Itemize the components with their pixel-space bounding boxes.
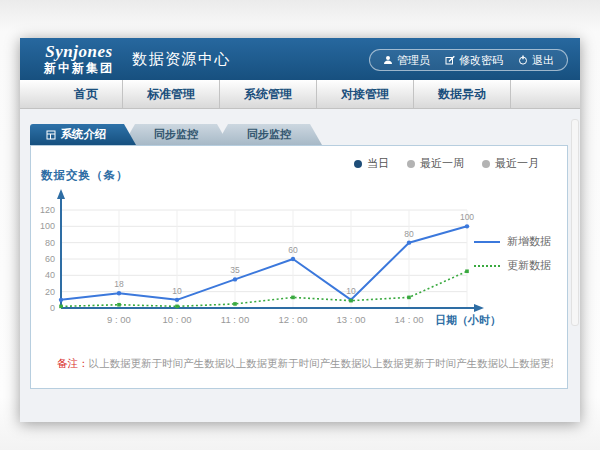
legend-label: 新增数据 (507, 234, 551, 249)
y-tick-labels: 020406080100120 (40, 205, 55, 313)
logo-company-name: 新中新集团 (44, 62, 114, 75)
svg-text:13 : 00: 13 : 00 (336, 314, 365, 325)
footnote: 备注：以上数据更新于时间产生数据以上数据更新于时间产生数据以上数据更新于时间产生… (57, 357, 553, 371)
data-point-label: 10 (172, 286, 182, 296)
user-menu: 管理员 修改密码 退出 (369, 49, 568, 71)
nav-item-data-change[interactable]: 数据异动 (414, 80, 511, 108)
tab-system-intro[interactable]: 系统介绍 (30, 124, 136, 145)
svg-text:0: 0 (50, 303, 55, 313)
footnote-text: 以上数据更新于时间产生数据以上数据更新于时间产生数据以上数据更新于时间产生数据以… (89, 357, 554, 369)
data-point (59, 305, 63, 309)
tab-label: 同步监控 (247, 127, 291, 142)
user-icon (383, 55, 393, 65)
tab-label: 系统介绍 (61, 127, 107, 142)
desktop-background: Synjones 新中新集团 数据资源中心 管理员 修改密码 退出 (0, 0, 600, 450)
svg-text:14 : 00: 14 : 00 (394, 314, 423, 325)
scrollbar[interactable] (571, 119, 579, 326)
nav-item-system-mgmt[interactable]: 系统管理 (220, 80, 317, 108)
legend-line-solid (474, 241, 500, 243)
data-point (465, 269, 469, 273)
nav-item-standard-mgmt[interactable]: 标准管理 (123, 80, 220, 108)
data-point-label: 80 (404, 229, 414, 239)
page-title: 数据资源中心 (132, 50, 231, 69)
data-point (407, 296, 411, 300)
legend-line-dotted (474, 265, 500, 267)
data-point (233, 277, 237, 281)
svg-text:60: 60 (45, 254, 55, 264)
data-point (175, 305, 179, 309)
chart-legend: 新增数据 更新数据 (474, 234, 551, 282)
data-point (59, 298, 63, 302)
data-point (407, 240, 411, 244)
tab-sync-monitor-2[interactable]: 同步监控 (216, 124, 322, 145)
data-point (465, 224, 469, 228)
x-tick-labels: 9 : 0010 : 0011 : 0012 : 0013 : 0014 : 0… (107, 314, 423, 325)
data-point-label: 18 (114, 279, 124, 289)
data-point (291, 257, 295, 261)
legend-item-new-data: 新增数据 (474, 234, 551, 249)
svg-text:20: 20 (45, 287, 55, 297)
app-header: Synjones 新中新集团 数据资源中心 管理员 修改密码 退出 (20, 38, 580, 80)
tab-sync-monitor-1[interactable]: 同步监控 (123, 124, 229, 145)
change-password-button[interactable]: 修改密码 (445, 53, 503, 68)
svg-text:40: 40 (45, 270, 55, 280)
logout-label: 退出 (532, 53, 554, 68)
user-menu-admin-label: 管理员 (397, 53, 430, 68)
data-point-label: 100 (460, 212, 474, 222)
logo-wordmark: Synjones (44, 43, 114, 62)
change-password-label: 修改密码 (459, 53, 503, 68)
svg-text:120: 120 (40, 205, 55, 215)
data-point-label: 60 (288, 245, 298, 255)
data-point (117, 291, 121, 295)
content-area: 系统介绍 同步监控 同步监控 当日 最近一周 (20, 109, 580, 422)
svg-text:100: 100 (40, 221, 55, 231)
footnote-label: 备注： (57, 357, 89, 369)
logout-button[interactable]: 退出 (518, 53, 554, 68)
user-menu-admin[interactable]: 管理员 (383, 53, 430, 68)
power-icon (518, 55, 528, 65)
data-point (117, 303, 121, 307)
svg-text:9 : 00: 9 : 00 (107, 314, 131, 325)
edit-icon (445, 55, 455, 65)
svg-text:80: 80 (45, 238, 55, 248)
tab-label: 同步监控 (154, 127, 198, 142)
data-point (233, 302, 237, 306)
chart-panel: 当日 最近一周 最近一月 数据交换（条） 0204060801001209 : … (30, 145, 568, 389)
grid-icon (46, 130, 56, 140)
nav-item-home[interactable]: 首页 (50, 80, 123, 108)
app-window: Synjones 新中新集团 数据资源中心 管理员 修改密码 退出 (20, 38, 580, 422)
main-nav: 首页 标准管理 系统管理 对接管理 数据异动 (20, 80, 580, 109)
x-axis-title: 日期（小时） (435, 314, 501, 327)
logo: Synjones 新中新集团 (44, 43, 114, 75)
svg-text:10 : 00: 10 : 00 (162, 314, 191, 325)
legend-item-update-data: 更新数据 (474, 258, 551, 273)
data-point (175, 298, 179, 302)
data-point-label: 10 (346, 286, 356, 296)
data-point (349, 299, 353, 303)
svg-text:11 : 00: 11 : 00 (221, 314, 249, 325)
data-point-label: 35 (230, 265, 240, 275)
nav-item-interface-mgmt[interactable]: 对接管理 (317, 80, 414, 108)
series-0-new-data: 181035601080100 (59, 212, 475, 302)
legend-label: 更新数据 (507, 258, 551, 273)
svg-text:12 : 00: 12 : 00 (278, 314, 307, 325)
data-point (291, 296, 295, 300)
